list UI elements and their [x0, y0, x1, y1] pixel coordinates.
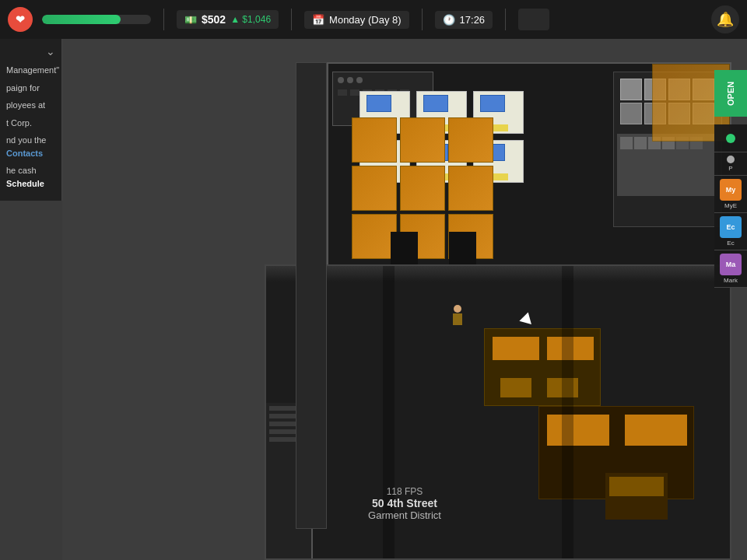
money-section: 💵 $502 ▲ $1,046 [177, 10, 279, 29]
panel-mark-item[interactable]: Ma Mark [714, 250, 747, 288]
clock-icon: 🕐 [443, 14, 455, 26]
status-indicator [714, 124, 747, 152]
xp-progress-bar [42, 15, 151, 24]
open-button[interactable]: OPEN [714, 70, 747, 117]
top-bar: ❤ 💵 $502 ▲ $1,046 📅 Monday (Day 8) 🕐 17:… [0, 0, 747, 39]
game-viewport: OPEN P My MyE Ec Ec [62, 39, 747, 560]
panel-section-title: Management" [6, 64, 55, 77]
building-wall-left [296, 62, 327, 529]
collapse-button[interactable]: ⌄ [46, 45, 55, 58]
right-side-panel: OPEN [714, 70, 747, 117]
office-floor-top [327, 62, 731, 272]
notification-button[interactable]: 🔔 [711, 5, 739, 33]
floating-right-panel: P My MyE Ec Ec Ma Mark [714, 124, 747, 288]
bell-icon: 🔔 [717, 11, 734, 28]
panel-schedule-link[interactable]: Schedule [6, 179, 44, 188]
time-section: 🕐 17:26 [435, 11, 493, 29]
furniture-group [484, 328, 601, 406]
character-1 [453, 305, 462, 324]
time-value: 17:26 [460, 14, 486, 26]
left-panel: ⌄ Management" paign for ployees at t Cor… [0, 39, 62, 201]
panel-line4: nd you the Contacts [6, 134, 55, 159]
health-icon: ❤ [8, 7, 33, 32]
office-floor-bottom [265, 264, 731, 560]
office-scene: OPEN P My MyE Ec Ec [62, 39, 747, 560]
panel-p-item[interactable]: P [714, 152, 747, 176]
panel-line5: he cash Schedule [6, 164, 55, 190]
panel-ec-item[interactable]: Ec Ec [714, 213, 747, 250]
panel-line2: ployees at [6, 99, 55, 112]
money-value: $502 [202, 13, 226, 26]
bottom-furniture [605, 473, 668, 520]
panel-header: ⌄ [6, 45, 55, 58]
speed-control[interactable] [518, 9, 549, 30]
panel-line1: paign for [6, 82, 55, 95]
column-1 [383, 266, 395, 558]
panel-content: Management" paign for ployees at t Corp.… [6, 64, 55, 190]
column-2 [562, 266, 573, 558]
money-icon: 💵 [184, 14, 197, 26]
money-change: ▲ $1,046 [230, 14, 271, 25]
date-value: Monday (Day 8) [329, 14, 401, 26]
panel-mye-item[interactable]: My MyE [714, 176, 747, 213]
calendar-icon: 📅 [312, 14, 324, 26]
date-section: 📅 Monday (Day 8) [304, 11, 409, 29]
panel-contacts-link[interactable]: Contacts [6, 149, 43, 158]
panel-line3: t Corp. [6, 117, 55, 130]
